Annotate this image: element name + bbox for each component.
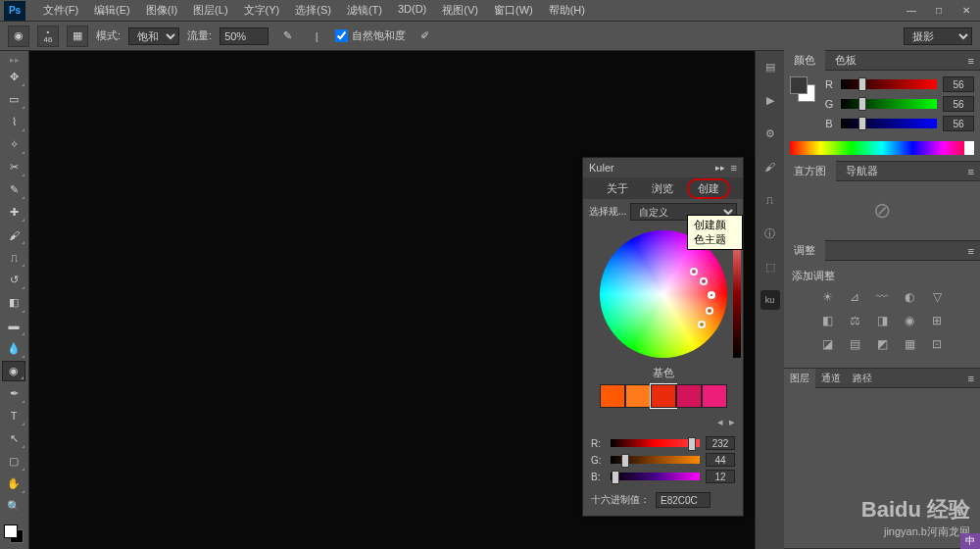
adj-hue-icon[interactable]: ◧ [818, 313, 836, 328]
toolbar-collapse[interactable]: ▸▸ [2, 55, 26, 65]
adjust-menu[interactable]: ≡ [962, 245, 980, 257]
menu-3d[interactable]: 3D(D) [390, 0, 434, 21]
layers-menu[interactable]: ≡ [962, 373, 980, 384]
wand-tool[interactable]: ✧ [2, 134, 25, 155]
kuler-titlebar[interactable]: Kuler ▸▸ ≡ [583, 158, 743, 177]
kuler-b-slider[interactable] [611, 473, 700, 480]
menu-image[interactable]: 图像(I) [138, 0, 185, 21]
history-brush-tool[interactable]: ↺ [2, 270, 25, 290]
kuler-collapse-icon[interactable]: ▸▸ [715, 163, 725, 173]
tab-paths[interactable]: 路径 [847, 369, 878, 388]
shape-tool[interactable]: ▢ [2, 451, 25, 472]
wheel-handle-1[interactable] [690, 268, 698, 275]
panel-fg-swatch[interactable] [790, 76, 808, 94]
histogram-menu[interactable]: ≡ [962, 166, 980, 177]
mode-dropdown[interactable]: 饱和 [128, 27, 179, 45]
wheel-handle-base[interactable] [708, 291, 715, 299]
stamp-tool[interactable]: ⎍ [2, 247, 25, 268]
adj-brightness-icon[interactable]: ☀ [818, 289, 836, 305]
close-button[interactable]: ✕ [953, 1, 980, 21]
menu-help[interactable]: 帮助(H) [541, 0, 593, 21]
adj-posterize-icon[interactable]: ▤ [846, 336, 863, 352]
kuler-g-slider[interactable] [611, 456, 700, 464]
eraser-tool[interactable]: ◧ [2, 292, 25, 313]
crop-tool[interactable]: ✂ [2, 157, 25, 177]
kuler-next-icon[interactable]: ▸ [729, 416, 735, 428]
move-tool[interactable]: ✥ [2, 67, 25, 87]
menu-select[interactable]: 选择(S) [287, 0, 339, 21]
ime-badge[interactable]: 中 [960, 533, 980, 549]
kuler-prev-icon[interactable]: ◂ [717, 416, 723, 428]
menu-layer[interactable]: 图层(L) [185, 0, 235, 21]
adj-bw-icon[interactable]: ◨ [873, 313, 891, 328]
menu-type[interactable]: 文字(Y) [236, 0, 288, 21]
workspace-dropdown[interactable]: 摄影 [904, 27, 972, 45]
vibrance-checkbox[interactable]: 自然饱和度 [335, 28, 406, 43]
adj-mixer-icon[interactable]: ⊞ [928, 313, 946, 328]
actions-panel-icon[interactable]: ▶ [760, 90, 780, 110]
fg-color-swatch[interactable] [4, 524, 18, 538]
brush-tool[interactable]: 🖌 [2, 225, 25, 245]
tool-preset-icon[interactable]: ◉ [8, 25, 29, 47]
kuler-tab-browse[interactable]: 浏览 [642, 179, 683, 198]
tab-navigator[interactable]: 导航器 [836, 161, 888, 181]
b-slider[interactable] [841, 119, 937, 128]
kuler-r-slider[interactable] [611, 439, 700, 447]
tablet-pressure-icon[interactable]: ✐ [414, 25, 435, 47]
maximize-button[interactable]: □ [925, 1, 953, 21]
spectrum-bar[interactable] [790, 141, 974, 155]
gradient-tool[interactable]: ▬ [2, 316, 25, 336]
adj-photo-filter-icon[interactable]: ◉ [901, 313, 918, 328]
adj-threshold-icon[interactable]: ◩ [873, 336, 891, 352]
adj-balance-icon[interactable]: ⚖ [846, 313, 863, 328]
kuler-swatch-5[interactable] [702, 384, 727, 408]
adj-exposure-icon[interactable]: ◐ [901, 289, 918, 305]
r-slider[interactable] [841, 79, 937, 89]
color-swatches-tool[interactable] [2, 523, 25, 545]
r-value[interactable] [943, 76, 974, 92]
kuler-g-value[interactable] [706, 453, 735, 467]
properties-panel-icon[interactable]: ⚙ [760, 124, 780, 143]
menu-window[interactable]: 窗口(W) [486, 0, 541, 21]
kuler-panel-icon[interactable]: ku [760, 290, 780, 310]
tab-layers[interactable]: 图层 [784, 369, 815, 388]
menu-view[interactable]: 视图(V) [434, 0, 486, 21]
adj-gradient-map-icon[interactable]: ▦ [901, 336, 918, 352]
tab-color[interactable]: 颜色 [784, 50, 825, 71]
kuler-b-value[interactable] [706, 470, 735, 483]
pen-tool[interactable]: ✒ [2, 383, 25, 404]
type-tool[interactable]: T [2, 406, 25, 426]
adj-levels-icon[interactable]: ⊿ [846, 289, 863, 305]
kuler-menu-icon[interactable]: ≡ [731, 162, 737, 174]
wheel-handle-2[interactable] [700, 277, 708, 285]
g-value[interactable] [943, 96, 974, 112]
menu-filter[interactable]: 滤镜(T) [339, 0, 390, 21]
kuler-swatch-1[interactable] [600, 384, 625, 408]
brush-panel-dock-icon[interactable]: 🖌 [760, 157, 780, 176]
adj-selective-icon[interactable]: ⊡ [928, 336, 946, 352]
flow-input[interactable] [220, 27, 269, 45]
kuler-swatch-2[interactable] [625, 384, 651, 408]
g-slider[interactable] [841, 99, 937, 109]
minimize-button[interactable]: — [898, 1, 925, 21]
history-panel-icon[interactable]: ▤ [760, 57, 780, 76]
kuler-swatch-4[interactable] [676, 384, 702, 408]
kuler-hex-input[interactable] [656, 492, 710, 508]
tab-swatches[interactable]: 色板 [825, 50, 866, 71]
lasso-tool[interactable]: ⌇ [2, 112, 25, 132]
kuler-r-value[interactable] [706, 436, 735, 450]
kuler-tab-about[interactable]: 关于 [597, 179, 638, 198]
adj-vibrance-icon[interactable]: ▽ [928, 289, 946, 305]
adj-curves-icon[interactable]: 〰 [873, 289, 891, 305]
hand-tool[interactable]: ✋ [2, 474, 25, 494]
kuler-swatch-3[interactable] [651, 384, 676, 408]
menu-edit[interactable]: 编辑(E) [86, 0, 138, 21]
tab-adjustments[interactable]: 调整 [784, 240, 825, 261]
info-panel-icon[interactable]: ⓘ [760, 224, 780, 243]
brush-panel-icon[interactable]: ▦ [67, 25, 88, 47]
zoom-tool[interactable]: 🔍 [2, 496, 25, 517]
eyedropper-tool[interactable]: ✎ [2, 179, 25, 200]
blur-tool[interactable]: 💧 [2, 338, 25, 359]
sponge-tool[interactable]: ◉ [2, 361, 25, 381]
vibrance-check-input[interactable] [335, 29, 348, 42]
